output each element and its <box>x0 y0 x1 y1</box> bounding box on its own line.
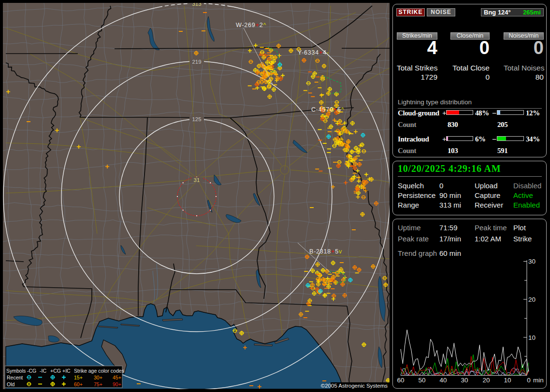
svg-text:C-4570+6^: C-4570+6^ <box>311 106 344 113</box>
svg-text:20: 20 <box>482 377 490 384</box>
svg-text:-IC: -IC <box>40 368 46 374</box>
svg-text:90+: 90+ <box>113 381 121 387</box>
svg-text:60+: 60+ <box>74 381 83 387</box>
svg-text:-CG: -CG <box>27 368 36 374</box>
svg-text:50: 50 <box>418 377 425 384</box>
svg-text:75+: 75+ <box>94 381 102 387</box>
svg-text:min: min <box>533 377 544 384</box>
svg-text:10: 10 <box>528 334 536 341</box>
svg-text:©2005 Astrogenic Systems: ©2005 Astrogenic Systems <box>321 383 388 389</box>
svg-text:Recent: Recent <box>7 375 23 380</box>
svg-text:B-2318+5v: B-2318+5v <box>309 248 342 255</box>
svg-text:30: 30 <box>528 258 536 265</box>
svg-text:45+: 45+ <box>113 375 121 380</box>
svg-text:60: 60 <box>397 377 404 384</box>
svg-text:125: 125 <box>192 116 201 122</box>
svg-text:31: 31 <box>194 177 200 183</box>
svg-text:0: 0 <box>527 377 531 384</box>
svg-text:W-269+2^: W-269+2^ <box>236 22 266 28</box>
svg-text:Strike age color codes: Strike age color codes <box>74 368 124 374</box>
svg-text:+IC: +IC <box>62 368 71 374</box>
svg-text:313: 313 <box>192 3 201 7</box>
svg-text:219: 219 <box>192 59 201 65</box>
svg-text:15+: 15+ <box>74 375 83 380</box>
svg-text:20: 20 <box>528 296 536 303</box>
svg-text:Symbols: Symbols <box>6 368 26 374</box>
svg-text:+CG: +CG <box>50 368 61 374</box>
svg-text:30: 30 <box>461 377 468 384</box>
svg-text:10: 10 <box>504 377 511 384</box>
svg-text:40: 40 <box>439 377 447 384</box>
svg-text:Old: Old <box>7 381 15 387</box>
svg-text:30+: 30+ <box>94 375 102 380</box>
svg-text:Y-6334+4-: Y-6334+4- <box>298 49 329 56</box>
